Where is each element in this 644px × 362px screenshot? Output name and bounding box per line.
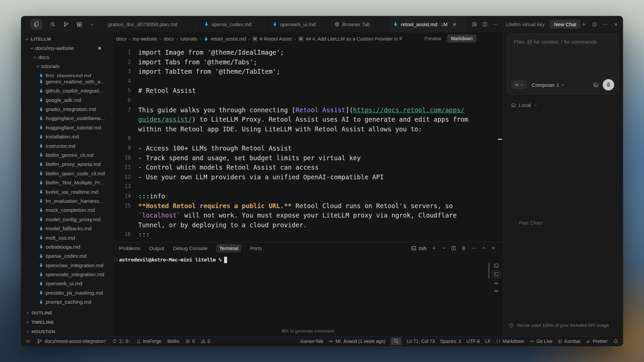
sidebar-section-timeline[interactable]: TIMELINE	[21, 317, 112, 327]
tree-folder[interactable]: tutorials	[21, 62, 112, 71]
status-item-0[interactable]: 0	[201, 339, 210, 344]
tree-file[interactable]: litellm_qwen_code_cli.md	[21, 169, 112, 178]
status-item-prettier[interactable]: Prettier	[586, 339, 608, 344]
panel-tab-problems[interactable]: Problems	[119, 245, 140, 251]
tree-file[interactable]: litellm_gemini_cli.md	[21, 150, 112, 160]
tree-file[interactable]: model_fallbacks.md	[21, 224, 112, 233]
explorer-section-header[interactable]: LITELLM	[21, 35, 112, 44]
tree-file[interactable]: prompt_caching.md	[21, 298, 112, 307]
tree-file[interactable]: openweb_ui.md	[21, 279, 112, 288]
breadcrumb-item[interactable]: retool_assist.md	[204, 36, 246, 42]
more-icon[interactable]	[603, 22, 608, 27]
editor-tab[interactable]: gration_doc_d075fd58.plan.md	[104, 16, 200, 33]
status-item-litellm[interactable]: litellm	[167, 339, 179, 344]
new-terminal-icon[interactable]	[431, 246, 436, 251]
breadcrumb-item[interactable]: M## 4. Add LiteLLM as a Custom Provider …	[298, 36, 402, 42]
status-item[interactable]	[26, 339, 31, 344]
editor-tab[interactable]: retool_assist.md↓M	[389, 16, 468, 33]
tree-folder[interactable]: docs	[21, 53, 112, 62]
tree-file[interactable]: presidio_pii_masking.md	[21, 288, 112, 297]
code-editor[interactable]: 1import Image from '@theme/IdealImage';2…	[112, 45, 503, 236]
close-panel-icon[interactable]	[491, 246, 496, 250]
breadcrumb-item[interactable]: M# Retool Assist	[252, 36, 292, 42]
panel-tab-terminal[interactable]: Terminal	[216, 244, 241, 252]
terminal-icon[interactable]	[494, 272, 499, 277]
panel-tab-debug-console[interactable]: Debug Console	[173, 245, 207, 251]
agent-mode-pill[interactable]: ∞	[511, 80, 527, 89]
chat-input-box[interactable]: Plan, @ for context, / for commands ∞ Co…	[507, 34, 619, 95]
tree-file[interactable]: google_adk.md	[21, 96, 112, 105]
tree-file[interactable]: huggingface_tutorial.md	[21, 123, 112, 132]
maximize-panel-icon[interactable]	[481, 246, 486, 250]
status-item-kombai[interactable]: Kombai	[558, 339, 580, 344]
panel-tab-output[interactable]: Output	[149, 245, 164, 251]
breadcrumb-item[interactable]: my-website	[132, 36, 157, 42]
editor-tab[interactable]: openai_codex.md	[200, 16, 268, 33]
status-item-insforge[interactable]: InsForge	[137, 339, 161, 344]
status-item[interactable]	[613, 339, 618, 344]
breadcrumb-item[interactable]: docs	[116, 36, 126, 42]
sidebar-section-outline[interactable]: OUTLINE	[21, 308, 112, 317]
terminal-icon[interactable]	[494, 263, 499, 268]
tree-file[interactable]: installation.md	[21, 132, 112, 141]
tree-file[interactable]: openclaw_integration.md	[21, 261, 112, 270]
tree-file[interactable]: model_config_proxy.md	[21, 215, 112, 224]
status-item-cursor-tab[interactable]: Cursor Tab	[300, 339, 323, 344]
status-item-go-live[interactable]: Go Live	[530, 339, 552, 344]
local-selector[interactable]: Local	[511, 102, 537, 108]
source-control-icon[interactable]	[63, 21, 69, 27]
breadcrumb-item[interactable]: docs	[164, 36, 174, 42]
status-item-docs-retool-assist-integration-[interactable]: docs/retool-assist-integration*	[37, 338, 106, 344]
status-item-utf-8[interactable]: UTF-8	[467, 339, 480, 344]
attach-image-icon[interactable]	[593, 82, 599, 88]
tree-file[interactable]: livekit_xai_realtime.md	[21, 187, 112, 196]
chat-tab[interactable]: New Chat	[550, 20, 580, 29]
terminal-instance-selected[interactable]	[492, 270, 500, 278]
status-item-mr-nand-1-week-ago-[interactable]: Mr. Ánand (1 week ago)	[328, 339, 385, 344]
tree-file[interactable]: instructor.md	[21, 141, 112, 150]
extensions-icon[interactable]	[76, 21, 83, 27]
history-icon[interactable]	[592, 22, 597, 27]
preview-button[interactable]: Preview	[425, 36, 441, 41]
split-terminal-icon[interactable]	[451, 246, 456, 251]
open-preview-side-icon[interactable]	[472, 22, 477, 27]
tree-file[interactable]: first_playground.md	[21, 71, 112, 77]
breadcrumb-item[interactable]: tutorials	[180, 36, 197, 42]
tree-file[interactable]: opencode_integration.md	[21, 270, 112, 279]
model-selector[interactable]: Composer 1	[532, 82, 565, 88]
tree-file[interactable]: litellm_Test_Multiple_Pr...	[21, 178, 112, 187]
tree-file[interactable]: gemini_realtime_with_a...	[21, 77, 112, 86]
more-actions-icon[interactable]	[493, 22, 498, 27]
editor-tab[interactable]: openweb_ui.md	[268, 16, 330, 33]
tree-file[interactable]: mock_completion.md	[21, 206, 112, 215]
tree-file[interactable]: github_copilot_integrati...	[21, 86, 112, 96]
status-item-2-0-[interactable]: 2↓ 0↑	[112, 339, 130, 344]
tree-file[interactable]: openai_codex.md	[21, 252, 112, 261]
tree-file[interactable]: huggingface_codellama...	[21, 114, 112, 123]
editor-tab[interactable]: Browser Tab	[330, 16, 389, 33]
terminal-scrollbar[interactable]	[488, 262, 490, 279]
terminal-body[interactable]: astrodevil@Astro-Mac-mini litellm % ⌘K t…	[112, 254, 503, 336]
explorer-icon[interactable]	[31, 19, 42, 30]
tree-file[interactable]: msft_sso.md	[21, 233, 112, 242]
tree-folder[interactable]: docs/my-website	[21, 44, 112, 53]
split-editor-icon[interactable]	[482, 22, 487, 27]
panel-tab-ports[interactable]: Ports	[250, 245, 262, 251]
status-item-0[interactable]: 0	[185, 339, 195, 344]
kill-terminal-icon[interactable]	[461, 246, 466, 251]
sidebar-section-houston[interactable]: HOUSTON	[21, 327, 112, 336]
microphone-button[interactable]	[603, 79, 614, 90]
tree-file[interactable]: litellm_proxy_aporia.md	[21, 160, 112, 169]
tree-file[interactable]: oobabooga.md	[21, 242, 112, 251]
status-item-markdown[interactable]: Markdown	[496, 339, 525, 344]
search-icon[interactable]	[50, 21, 56, 27]
infinity-icon[interactable]: ∞	[494, 288, 498, 294]
terminal-dropdown-icon[interactable]	[441, 246, 446, 250]
chat-tab[interactable]: Litellm virtual key	[506, 21, 545, 27]
tree-file[interactable]: gradio_integration.md	[21, 105, 112, 114]
terminal-instance[interactable]: zsh	[411, 245, 426, 251]
status-item-lf[interactable]: LF	[485, 339, 490, 344]
tree-file[interactable]: lm_evaluation_harness...	[21, 196, 112, 205]
close-icon[interactable]	[613, 22, 618, 27]
close-icon[interactable]	[452, 22, 457, 27]
